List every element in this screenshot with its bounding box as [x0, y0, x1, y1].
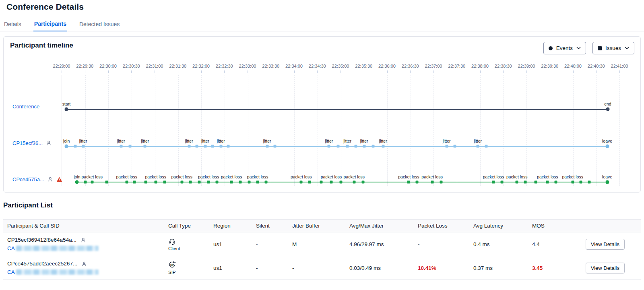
event-marker[interactable]	[361, 181, 364, 184]
event-marker[interactable]	[440, 181, 442, 184]
axis-tick	[201, 70, 202, 73]
event-marker[interactable]	[163, 181, 166, 184]
event-marker[interactable]	[196, 145, 198, 148]
event-marker[interactable]	[248, 181, 251, 184]
event-marker[interactable]	[75, 180, 79, 184]
axis-tick	[480, 70, 481, 73]
event-marker[interactable]	[180, 181, 183, 184]
event-marker[interactable]	[239, 181, 242, 184]
event-marker[interactable]	[264, 181, 267, 184]
gridline	[248, 75, 248, 186]
event-marker[interactable]	[372, 145, 374, 148]
person-icon	[47, 176, 53, 182]
tab-details[interactable]: Details	[3, 21, 22, 31]
view-details-button[interactable]: View Details	[586, 239, 625, 250]
event-label: jitter	[263, 139, 271, 143]
event-marker[interactable]	[219, 145, 222, 148]
event-marker[interactable]	[431, 181, 433, 184]
event-marker[interactable]	[274, 145, 277, 148]
axis-tick	[526, 70, 527, 73]
event-marker[interactable]	[82, 145, 85, 148]
event-marker[interactable]	[605, 145, 609, 148]
event-marker[interactable]	[363, 145, 365, 148]
call-sid-link[interactable]: CA	[7, 269, 15, 275]
event-label: packet loss	[82, 174, 103, 179]
event-marker[interactable]	[339, 181, 342, 184]
event-marker[interactable]	[485, 145, 487, 148]
event-marker[interactable]	[84, 181, 87, 184]
event-marker[interactable]	[336, 145, 339, 148]
event-marker[interactable]	[330, 181, 332, 184]
event-marker[interactable]	[354, 145, 357, 148]
participant-2-link[interactable]: CPce4575a...	[12, 176, 44, 182]
tab-detected-issues[interactable]: Detected Issues	[78, 21, 120, 31]
event-marker[interactable]	[74, 145, 77, 148]
event-marker[interactable]	[535, 181, 537, 184]
gridline	[526, 75, 527, 186]
col-silent: Silent	[256, 223, 292, 229]
gridline	[457, 75, 457, 186]
event-marker[interactable]	[346, 145, 349, 148]
mos-cell: 3.45	[532, 265, 580, 271]
event-marker[interactable]	[555, 181, 557, 184]
event-marker[interactable]	[144, 145, 147, 148]
event-label: packet loss	[421, 174, 443, 179]
event-marker[interactable]	[266, 145, 268, 148]
event-marker[interactable]	[188, 145, 190, 148]
event-marker[interactable]	[65, 108, 68, 111]
gridline	[411, 75, 411, 186]
event-marker[interactable]	[189, 181, 192, 184]
event-marker[interactable]	[500, 181, 503, 184]
event-marker[interactable]	[328, 145, 330, 148]
event-marker[interactable]	[211, 145, 214, 148]
event-marker[interactable]	[230, 181, 233, 184]
event-marker[interactable]	[606, 108, 609, 111]
event-marker[interactable]	[571, 181, 574, 184]
event-marker[interactable]	[320, 181, 323, 184]
event-marker[interactable]	[588, 181, 591, 184]
event-marker[interactable]	[416, 181, 419, 184]
call-sid-link[interactable]: CA	[7, 246, 15, 251]
axis-tick	[62, 70, 62, 73]
event-marker[interactable]	[454, 145, 456, 148]
participant-1-link[interactable]: CP15ecf36...	[12, 140, 43, 146]
event-marker[interactable]	[120, 145, 122, 148]
avg-latency-cell: 0.4 ms	[473, 241, 532, 247]
event-marker[interactable]	[125, 181, 128, 184]
event-marker[interactable]	[256, 181, 259, 184]
event-marker[interactable]	[353, 181, 355, 184]
event-marker[interactable]	[133, 181, 136, 184]
event-marker[interactable]	[91, 181, 93, 184]
event-marker[interactable]	[65, 145, 68, 148]
event-marker[interactable]	[300, 181, 303, 184]
event-marker[interactable]	[524, 181, 526, 184]
event-marker[interactable]	[207, 181, 210, 184]
event-marker[interactable]	[154, 181, 157, 184]
issues-dropdown[interactable]: Issues	[592, 42, 634, 54]
event-marker[interactable]	[546, 181, 549, 184]
event-marker[interactable]	[477, 145, 479, 148]
event-marker[interactable]	[516, 181, 518, 184]
event-marker[interactable]	[204, 145, 206, 148]
event-marker[interactable]	[605, 180, 609, 184]
event-marker[interactable]	[128, 145, 131, 148]
event-marker[interactable]	[227, 145, 229, 148]
participant-sid-cell: CPce4575adcf2aeec25267... CA	[7, 261, 168, 275]
event-marker[interactable]	[407, 181, 410, 184]
event-marker[interactable]	[382, 145, 384, 148]
tab-participants[interactable]: Participants	[33, 21, 67, 31]
view-details-button[interactable]: View Details	[586, 263, 625, 273]
timeline-line	[66, 109, 608, 110]
conference-link[interactable]: Conference	[12, 104, 39, 110]
event-marker[interactable]	[105, 181, 108, 184]
event-marker[interactable]	[492, 181, 495, 184]
event-marker[interactable]	[144, 181, 147, 184]
event-label: join	[63, 139, 70, 143]
event-marker[interactable]	[198, 181, 200, 184]
event-marker[interactable]	[308, 181, 311, 184]
event-marker[interactable]	[445, 145, 448, 148]
event-marker[interactable]	[216, 181, 219, 184]
events-dropdown[interactable]: Events	[543, 42, 586, 54]
event-marker[interactable]	[580, 181, 582, 184]
event-label: jitter	[443, 139, 451, 143]
